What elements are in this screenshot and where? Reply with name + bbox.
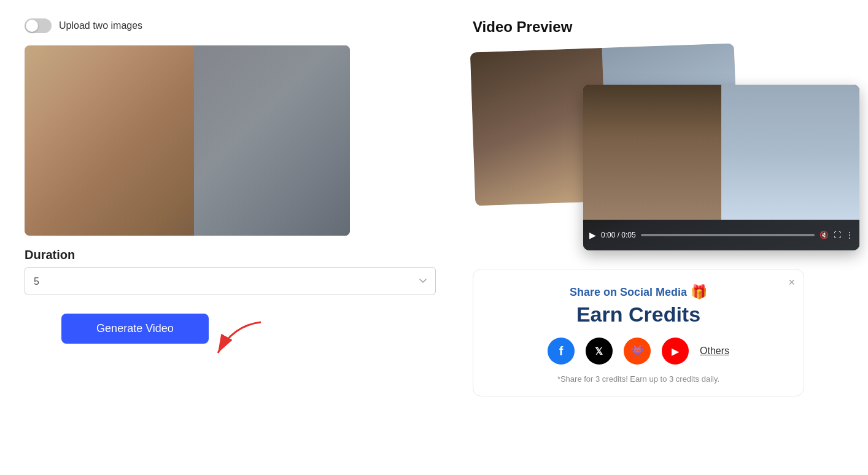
reddit-share-button[interactable]: 👾 [624, 338, 651, 365]
reddit-icon: 👾 [630, 344, 644, 358]
earn-credits-title: Earn Credits [492, 303, 785, 326]
video-content-inner [583, 85, 859, 220]
twitter-icon: 𝕏 [595, 346, 603, 357]
video-preview-area: ▶ 0:00 / 0:05 🔇 ⛶ ⋮ [473, 48, 843, 257]
twitter-share-button[interactable]: 𝕏 [586, 338, 613, 365]
social-icons-row: f 𝕏 👾 ▶ Others [492, 338, 785, 365]
volume-icon[interactable]: 🔇 [820, 231, 829, 239]
more-options-icon[interactable]: ⋮ [846, 231, 853, 239]
upload-toggle[interactable] [25, 18, 52, 33]
close-button[interactable]: × [788, 277, 795, 288]
left-panel: Upload two images Duration 5 10 15 20 Ge… [25, 18, 436, 457]
video-content: ▶ 0:00 / 0:05 🔇 ⛶ ⋮ [583, 85, 859, 250]
video-person-left [583, 85, 721, 220]
upload-toggle-label: Upload two images [59, 20, 142, 31]
generate-btn-container: Generate Video [61, 314, 246, 344]
image-upload-area[interactable] [25, 45, 350, 236]
play-button-icon[interactable]: ▶ [589, 230, 596, 240]
generate-video-button[interactable]: Generate Video [61, 314, 209, 344]
arrow-indicator [209, 319, 264, 362]
facebook-share-button[interactable]: f [548, 338, 575, 365]
fullscreen-icon[interactable]: ⛶ [834, 231, 841, 239]
facebook-icon: f [559, 344, 564, 358]
video-controls: ▶ 0:00 / 0:05 🔇 ⛶ ⋮ [583, 220, 859, 250]
youtube-icon: ▶ [672, 346, 679, 357]
video-preview-title: Video Preview [473, 18, 843, 36]
duration-section: Duration 5 10 15 20 [25, 248, 436, 295]
video-person-right [721, 85, 859, 220]
duration-select[interactable]: 5 10 15 20 [25, 267, 436, 295]
progress-bar[interactable] [641, 234, 815, 236]
video-player[interactable]: ▶ 0:00 / 0:05 🔇 ⛶ ⋮ [583, 85, 859, 250]
right-panel: Video Preview ▶ 0:00 [473, 18, 843, 457]
youtube-share-button[interactable]: ▶ [662, 338, 689, 365]
upload-toggle-row: Upload two images [25, 18, 436, 33]
share-title-text: Share on Social Media [570, 286, 687, 299]
share-card: × Share on Social Media 🎁 Earn Credits f… [473, 269, 804, 396]
others-share-link[interactable]: Others [700, 346, 729, 357]
share-title-row: Share on Social Media 🎁 [492, 284, 785, 300]
time-display: 0:00 / 0:05 [601, 231, 636, 239]
gift-icon: 🎁 [691, 284, 707, 300]
duration-label: Duration [25, 248, 436, 262]
share-footnote: *Share for 3 credits! Earn up to 3 credi… [492, 374, 785, 384]
